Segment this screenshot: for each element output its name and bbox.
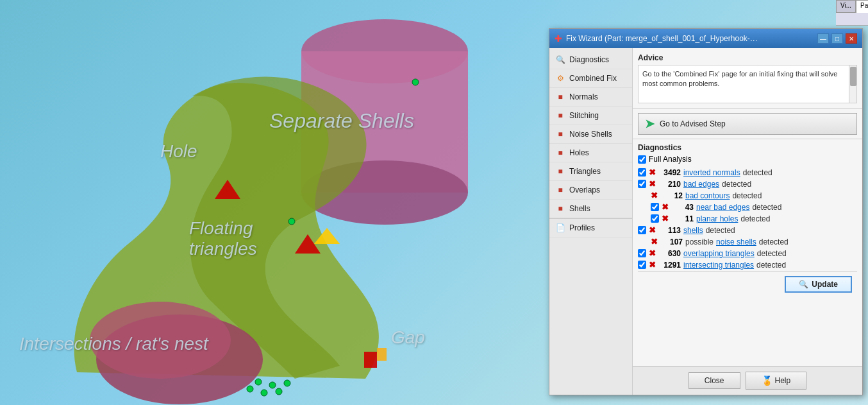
close-title-button[interactable]: ✕ [846,33,857,44]
diag-row-near-bad-edges: ✖ 43 near bad edges detected [638,202,857,212]
nav-item-combined-fix[interactable]: ⚙ Combined Fix [549,69,632,88]
link-intersecting-triangles[interactable]: intersecting triangles [683,261,754,270]
overlaps-icon: ■ [555,184,566,196]
nav-label-triangles: Triangles [569,167,601,176]
nav-item-diagnostics[interactable]: 🔍 Diagnostics [549,51,632,69]
diag-row-overlapping-triangles: ✖ 630 overlapping triangles detected [638,248,857,258]
svg-point-11 [269,382,276,388]
checkbox-overlapping-triangles[interactable] [638,249,646,257]
diag-row-noise-shells: ✖ 107 possible noise shells detected [638,237,857,246]
x-icon-bad-edges: ✖ [649,179,656,189]
text-near-bad-edges: detected [752,203,781,212]
link-overlapping-triangles[interactable]: overlapping triangles [683,249,755,258]
nav-item-noise-shells[interactable]: ■ Noise Shells [549,125,632,144]
title-bar: ✚ Fix Wizard (Part: merge_of_shell_001_o… [549,29,862,48]
link-near-bad-edges[interactable]: near bad edges [696,203,749,212]
checkbox-inverted-normals[interactable] [638,168,646,177]
svg-point-10 [255,379,262,385]
x-icon-inverted-normals: ✖ [649,168,656,177]
profiles-section: 📄 Profiles [549,218,632,237]
close-button[interactable]: Close [689,372,740,389]
svg-rect-9 [377,348,387,361]
text-bad-contours: detected [732,191,762,200]
nav-item-shells[interactable]: ■ Shells [549,200,632,218]
x-icon-near-bad-edges: ✖ [662,202,669,212]
num-inverted-normals: 3492 [658,168,681,177]
full-analysis-label: Full Analysis [649,155,692,164]
left-nav: 🔍 Diagnostics ⚙ Combined Fix ■ Normals ■… [549,48,633,395]
tab-pa[interactable]: Pa... [856,0,868,13]
nav-item-holes[interactable]: ■ Holes [549,144,632,162]
x-icon-bad-contours: ✖ [651,191,658,200]
update-btn-label: Update [812,280,838,289]
title-bar-left: ✚ Fix Wizard (Part: merge_of_shell_001_o… [555,33,758,44]
restore-button[interactable]: □ [831,33,843,44]
normals-icon: ■ [555,91,566,103]
x-icon-intersecting-triangles: ✖ [649,260,656,270]
link-bad-contours[interactable]: bad contours [685,191,730,200]
text-intersecting-triangles: detected [756,261,786,270]
minimize-button[interactable]: — [817,33,829,44]
noise-shells-icon: ■ [555,128,566,140]
text-overlapping-triangles: detected [757,249,787,258]
help-button[interactable]: 🏅 Help [746,372,807,390]
link-shells[interactable]: shells [683,226,703,235]
svg-point-4 [90,302,231,379]
nav-label-normals: Normals [569,92,598,101]
x-icon-planar-holes: ✖ [662,214,669,223]
text-inverted-normals: detected [743,168,772,177]
full-analysis-checkbox[interactable] [638,155,646,164]
update-icon: 🔍 [799,280,808,289]
combined-fix-icon: ⚙ [555,73,566,84]
text-shells: detected [706,226,735,235]
nav-item-normals[interactable]: ■ Normals [549,88,632,107]
checkbox-shells[interactable] [638,226,646,234]
nav-label-combined-fix: Combined Fix [569,74,617,83]
nav-item-stitching[interactable]: ■ Stitching [549,107,632,125]
link-inverted-normals[interactable]: inverted normals [683,168,740,177]
x-icon-overlapping-triangles: ✖ [649,248,656,258]
link-planar-holes[interactable]: planar holes [696,214,738,223]
link-noise-shells[interactable]: noise shells [716,237,756,246]
diag-row-planar-holes: ✖ 11 planar holes detected [638,214,857,223]
num-planar-holes: 11 [671,214,694,223]
update-row: 🔍 Update [638,271,857,297]
svg-point-15 [276,388,282,395]
text-noise-shells: detected [759,237,789,246]
link-bad-edges[interactable]: bad edges [683,180,719,189]
advice-scrollbar[interactable] [849,65,856,103]
nav-label-holes: Holes [569,148,589,157]
nav-item-triangles[interactable]: ■ Triangles [549,162,632,181]
nav-item-overlaps[interactable]: ■ Overlaps [549,181,632,200]
nav-label-profiles: Profiles [569,223,595,232]
svg-point-16 [412,79,419,85]
text-planar-holes: detected [740,214,770,223]
svg-rect-8 [364,352,377,368]
tab-vi[interactable]: Vi... [836,0,856,13]
top-right-tabs: Vi... Pa... [836,0,868,26]
checkbox-near-bad-edges[interactable] [651,203,659,211]
svg-point-13 [247,386,253,392]
full-analysis-row: Full Analysis [638,155,857,164]
advice-title: Advice [638,53,857,62]
x-icon-noise-shells: ✖ [651,237,658,246]
go-btn-label: Go to Advised Step [660,119,726,128]
nav-item-profiles[interactable]: 📄 Profiles [549,219,632,237]
update-button[interactable]: 🔍 Update [785,276,852,293]
title-icon: ✚ [555,33,562,44]
checkbox-planar-holes[interactable] [651,214,659,223]
text-bad-edges: detected [722,180,751,189]
diag-row-inverted-normals: ✖ 3492 inverted normals detected [638,168,857,177]
num-bad-contours: 12 [660,191,683,200]
go-to-advised-step-button[interactable]: ➤ Go to Advised Step [638,113,857,135]
checkbox-bad-edges[interactable] [638,180,646,188]
num-near-bad-edges: 43 [671,203,694,212]
holes-icon: ■ [555,147,566,159]
nav-label-shells: Shells [569,204,590,213]
nav-label-diagnostics: Diagnostics [569,55,609,64]
title-controls: — □ ✕ [817,33,857,44]
profiles-icon: 📄 [555,222,566,234]
tab-strip: Vi... Pa... [836,0,868,13]
advice-scroll-thumb[interactable] [850,67,856,86]
checkbox-intersecting-triangles[interactable] [638,261,646,269]
